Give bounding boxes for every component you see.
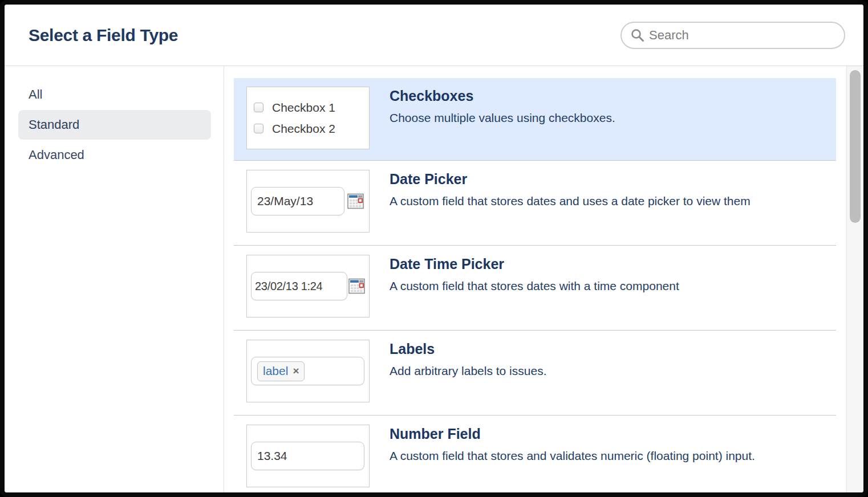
sidebar-item-standard[interactable]: Standard xyxy=(18,110,211,140)
sidebar-item-label: All xyxy=(29,87,42,102)
dialog-body: All Standard Advanced Checkbox 1 xyxy=(5,66,863,492)
sidebar-item-all[interactable]: All xyxy=(18,80,211,109)
field-type-description: Add arbitrary labels to issues. xyxy=(390,361,546,381)
preview-checkbox-option: Checkbox 2 xyxy=(254,122,335,136)
select-field-type-dialog: Select a Field Type All Standard Advance… xyxy=(0,0,868,497)
search-input[interactable] xyxy=(649,28,836,43)
remove-label-icon: × xyxy=(293,365,299,376)
preview-checkbox-option: Checkbox 1 xyxy=(254,101,335,115)
field-type-description: A custom field that stores dates with a … xyxy=(390,276,679,296)
labels-input: label × xyxy=(251,357,364,385)
checkbox-icon xyxy=(254,103,263,112)
datetime-input: 23/02/13 1:24 xyxy=(251,272,347,300)
field-type-title: Date Picker xyxy=(390,171,751,188)
search-icon xyxy=(630,28,645,43)
sidebar-item-label: Standard xyxy=(29,117,79,132)
category-sidebar: All Standard Advanced xyxy=(5,66,224,492)
label-tag: label × xyxy=(257,361,305,381)
field-type-text: Checkboxes Choose multiple values using … xyxy=(390,87,615,128)
field-type-list: Checkbox 1 Checkbox 2 Checkboxes Choose … xyxy=(224,66,846,492)
labels-preview: label × xyxy=(246,340,370,402)
checkbox-option-label: Checkbox 1 xyxy=(272,101,335,115)
checkbox-icon xyxy=(254,124,263,133)
field-type-row-date-time-picker[interactable]: 23/02/13 1:24 Date Time Pic xyxy=(234,246,836,331)
field-type-text: Date Picker A custom field that stores d… xyxy=(390,170,751,211)
number-input: 13.34 xyxy=(251,442,364,470)
date-time-picker-preview: 23/02/13 1:24 xyxy=(246,255,370,317)
field-type-title: Checkboxes xyxy=(390,88,615,104)
field-type-text: Date Time Picker A custom field that sto… xyxy=(390,255,679,296)
field-type-text: Number Field A custom field that stores … xyxy=(390,425,755,466)
sidebar-item-advanced[interactable]: Advanced xyxy=(18,140,211,170)
date-picker-preview: 23/May/13 xyxy=(246,170,370,233)
field-type-title: Labels xyxy=(390,341,546,357)
field-type-description: Choose multiple values using checkboxes. xyxy=(390,108,615,128)
field-type-row-checkboxes[interactable]: Checkbox 1 Checkbox 2 Checkboxes Choose … xyxy=(234,78,836,161)
field-type-row-labels[interactable]: label × Labels Add arbitrary labels to i… xyxy=(234,331,836,415)
field-type-description: A custom field that stores and validates… xyxy=(390,446,755,466)
checkbox-option-label: Checkbox 2 xyxy=(272,122,335,136)
scrollbar-thumb[interactable] xyxy=(850,70,861,223)
sidebar-item-label: Advanced xyxy=(29,148,84,162)
calendar-icon xyxy=(347,193,364,209)
scrollbar-track[interactable] xyxy=(846,66,863,492)
field-type-row-number-field[interactable]: 13.34 Number Field A custom field that s… xyxy=(234,415,836,492)
number-field-preview: 13.34 xyxy=(246,425,370,487)
field-type-description: A custom field that stores dates and use… xyxy=(390,192,751,211)
field-type-title: Date Time Picker xyxy=(390,256,679,272)
search-box[interactable] xyxy=(620,22,845,49)
dialog-title: Select a Field Type xyxy=(29,26,178,45)
dialog-header: Select a Field Type xyxy=(5,5,863,66)
field-type-row-date-picker[interactable]: 23/May/13 Date Picker xyxy=(234,161,836,246)
checkboxes-preview: Checkbox 1 Checkbox 2 xyxy=(246,87,370,149)
calendar-icon xyxy=(348,278,366,294)
date-input: 23/May/13 xyxy=(251,187,344,215)
field-type-title: Number Field xyxy=(390,426,755,442)
field-type-text: Labels Add arbitrary labels to issues. xyxy=(390,340,546,381)
label-tag-text: label xyxy=(263,364,288,378)
